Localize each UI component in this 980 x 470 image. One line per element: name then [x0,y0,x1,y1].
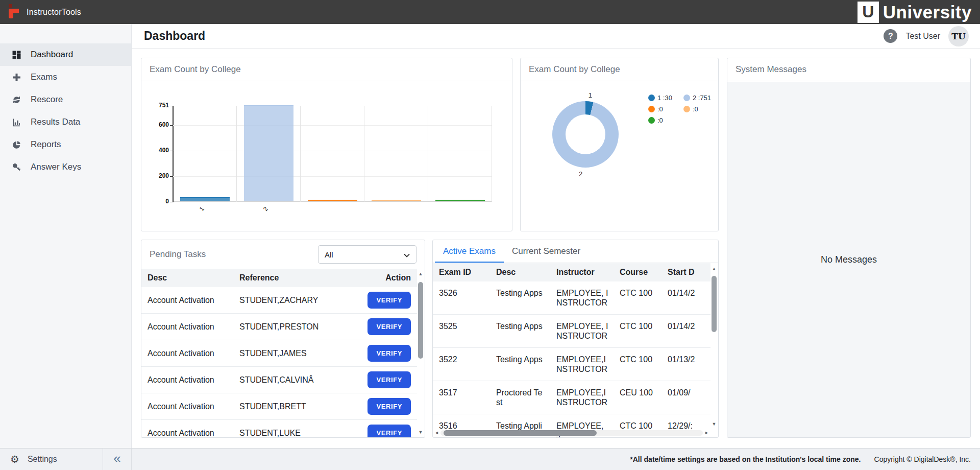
task-action-cell: VERIFY [353,367,417,393]
table-row: Account ActivationSTUDENT,CALVINÂVERIFY [141,367,417,393]
pending-tasks-vertical-scrollbar[interactable]: ▲ ▼ [418,271,424,435]
column-header: Action [353,269,417,287]
verify-button[interactable]: VERIFY [368,345,411,362]
university-logo: U University [857,2,980,23]
scrollbar-thumb[interactable] [444,430,597,436]
exam-course-cell: CEU 100 [614,383,662,402]
y-tick-label: 400 [148,147,169,154]
exam-exam-id-cell: 3517 [433,383,490,402]
task-reference-cell: STUDENT,CALVINÂ [233,371,353,389]
bar-chart-icon [11,117,21,127]
sidebar-item-answer-keys[interactable]: Answer Keys [0,156,131,178]
exam-count-donut-card: Exam Count by College 12 1 :302 :751:0:0… [520,58,719,231]
task-desc-cell: Account Activation [141,424,233,438]
dashboard-grid-icon [11,50,21,60]
column-header: Start D [662,263,710,281]
sidebar-collapse-button[interactable]: « [103,449,132,470]
task-reference-cell: STUDENT,JAMES [233,344,353,363]
y-tick-label: 200 [148,172,169,179]
sidebar-item-results-data[interactable]: Results Data [0,111,131,133]
y-tick-label: 0 [148,198,169,205]
tab-current-semester[interactable]: Current Semester [504,240,589,263]
task-reference-cell: STUDENT,PRESTON [233,318,353,336]
scrollbar-track[interactable] [418,277,423,429]
dashboard-content: Exam Count by College 020040060075112 Ex… [132,49,980,448]
scroll-right-icon[interactable]: ► [704,430,709,436]
task-reference-cell: STUDENT,ZACHARY [233,291,353,310]
exam-start-date-cell: 01/14/2 [662,284,710,302]
exam-instructor-cell: EMPLOYEE,INSTRUCTOR [550,350,614,379]
y-tick [170,125,173,126]
scrollbar-track[interactable] [440,430,703,436]
verify-button[interactable]: VERIFY [368,292,411,309]
active-exams-vertical-scrollbar[interactable]: ▲ ▼ [711,266,717,427]
table-row: 3526Testing AppsEMPLOYEE, INSTRUCTORCTC … [433,281,710,315]
scroll-up-icon[interactable]: ▲ [419,271,423,277]
double-chevron-left-icon: « [113,452,120,465]
task-reference-cell: STUDENT,BRETT [233,397,353,416]
exam-desc-cell: Testing Apps [490,317,550,336]
active-exams-horizontal-scrollbar[interactable]: ◄ ► [434,429,709,436]
verify-button[interactable]: VERIFY [368,371,411,388]
sidebar-item-dashboard[interactable]: Dashboard [0,43,131,66]
task-action-cell: VERIFY [353,314,417,340]
sidebar-item-rescore[interactable]: Rescore [0,88,131,111]
task-action-cell: VERIFY [353,393,417,419]
column-header: Instructor [550,263,614,281]
y-tick-label: 751 [148,102,169,109]
task-filter-value: All [325,250,333,259]
table-header-row: DescReferenceAction [141,269,417,287]
table-row: Account ActivationSTUDENT,PRESTONVERIFY [141,314,417,340]
legend-item: 1 :30 [648,94,672,102]
column-header: Course [614,263,662,281]
legend-swatch [648,95,655,101]
copyright-text: Copyright © DigitalDesk®, Inc. [874,455,971,463]
table-row: Account ActivationSTUDENT,JAMESVERIFY [141,340,417,367]
bar-series4 [435,200,485,201]
exam-instructor-cell: EMPLOYEE, INSTRUCTOR [550,284,614,312]
settings-label: Settings [28,455,57,464]
scroll-up-icon[interactable]: ▲ [712,266,717,272]
scrollbar-track[interactable] [712,272,717,421]
legend-swatch [683,95,690,101]
sidebar-item-reports[interactable]: Reports [0,133,131,156]
table-row: Account ActivationSTUDENT,ZACHARYVERIFY [141,287,417,314]
scroll-left-icon[interactable]: ◄ [434,430,439,436]
legend-swatch [683,106,690,112]
gridline [173,151,492,151]
exam-course-cell: CTC 100 [614,350,662,369]
x-tick-label: 2 [261,205,269,213]
table-header-row: Exam IDDescInstructorCourseStart D [433,263,710,281]
legend-item: :0 [683,105,711,113]
gridline [492,106,492,202]
help-icon[interactable]: ? [884,29,897,43]
exam-desc-cell: Proctored Test [490,383,550,412]
y-tick [170,202,173,202]
y-axis [173,106,174,202]
sidebar-item-label: Results Data [31,117,80,127]
exam-course-cell: CTC 100 [614,284,662,302]
verify-button[interactable]: VERIFY [368,398,411,415]
verify-button[interactable]: VERIFY [368,425,411,438]
system-messages-title: System Messages [727,58,970,81]
donut-hole [566,114,605,154]
task-desc-cell: Account Activation [141,318,233,336]
task-filter-select[interactable]: All [318,245,416,264]
exam-exam-id-cell: 3525 [433,317,490,336]
y-tick-label: 600 [148,121,169,128]
sidebar-item-label: Dashboard [31,50,73,60]
verify-button[interactable]: VERIFY [368,318,411,335]
scrollbar-thumb[interactable] [418,282,423,359]
avatar[interactable]: TU [948,26,969,46]
tab-active-exams[interactable]: Active Exams [435,240,504,263]
user-name: Test User [905,32,940,41]
exam-count-bar-card: Exam Count by College 020040060075112 [141,58,512,231]
column-header: Reference [233,269,353,287]
scroll-down-icon[interactable]: ▼ [712,421,717,427]
y-tick [170,106,173,106]
scroll-down-icon[interactable]: ▼ [419,429,423,435]
sidebar-item-exams[interactable]: Exams [0,66,131,88]
scrollbar-thumb[interactable] [712,276,717,332]
bar-card-title: Exam Count by College [141,58,512,81]
settings-button[interactable]: ⚙ Settings [0,449,103,470]
